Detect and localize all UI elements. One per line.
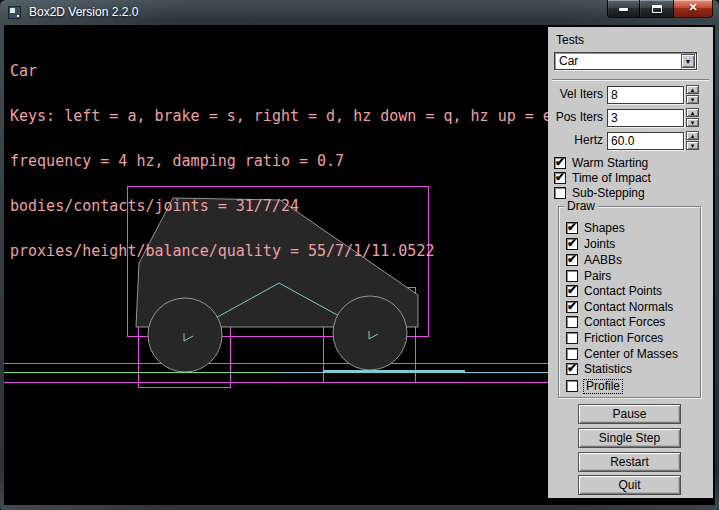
proxies-stats-line: proxies/height/balance/quality = 55/7/1/… bbox=[10, 244, 552, 259]
checkbox-box: ✔ bbox=[566, 301, 578, 313]
checkbox-label: Friction Forces bbox=[584, 332, 663, 345]
tests-dropdown[interactable]: Car ▼ bbox=[554, 52, 697, 70]
checkbox-box: ✔ bbox=[566, 222, 578, 234]
checkbox-label: Center of Masses bbox=[584, 348, 678, 361]
check-icon: ✔ bbox=[555, 155, 565, 169]
tests-dropdown-value: Car bbox=[559, 54, 578, 68]
minimize-button[interactable] bbox=[607, 0, 640, 18]
vel-iters-stepper: ▲ ▼ bbox=[686, 85, 699, 104]
checkbox-box: ✔ bbox=[566, 238, 578, 250]
close-button[interactable]: ✕ bbox=[673, 0, 713, 18]
check-icon: ✔ bbox=[567, 283, 577, 297]
pos-iters-up-button[interactable]: ▲ bbox=[686, 108, 699, 117]
front-wheel-shape bbox=[333, 296, 407, 370]
control-panel: Tests Car ▼ Vel Iters ▲ ▼ Pos Iters ▲ ▼ … bbox=[548, 27, 713, 498]
pos-iters-down-button[interactable]: ▼ bbox=[686, 118, 699, 127]
vel-iters-up-button[interactable]: ▲ bbox=[686, 85, 699, 94]
hertz-stepper: ▲ ▼ bbox=[686, 131, 699, 150]
checkbox-box bbox=[566, 348, 578, 360]
hertz-label: Hertz bbox=[548, 132, 603, 149]
checkbox-box: ✔ bbox=[554, 172, 566, 184]
single-step-button[interactable]: Single Step bbox=[578, 428, 681, 448]
dropdown-arrow-icon[interactable]: ▼ bbox=[681, 54, 695, 68]
checkbox-label: AABBs bbox=[584, 254, 622, 267]
checkbox-label: Joints bbox=[584, 238, 615, 251]
test-title: Car bbox=[10, 64, 552, 79]
titlebar[interactable]: Box2D Version 2.2.0 ✕ bbox=[0, 0, 719, 25]
quit-button[interactable]: Quit bbox=[578, 475, 681, 495]
frequency-line: frequency = 4 hz, damping ratio = 0.7 bbox=[10, 154, 552, 169]
close-icon: ✕ bbox=[674, 1, 712, 14]
checkbox-label: Contact Normals bbox=[584, 301, 673, 314]
stats-text-block: Car Keys: left = a, brake = s, right = d… bbox=[10, 34, 552, 289]
pos-iters-input[interactable] bbox=[607, 109, 684, 127]
checkbox-label: Contact Points bbox=[584, 285, 662, 298]
minimize-icon bbox=[619, 8, 628, 11]
caption-buttons: ✕ bbox=[607, 0, 713, 18]
checkbox-label: Warm Starting bbox=[572, 157, 648, 170]
pause-button[interactable]: Pause bbox=[578, 404, 681, 424]
check-icon: ✔ bbox=[567, 236, 577, 250]
vel-iters-label: Vel Iters bbox=[548, 86, 603, 103]
hertz-up-button[interactable]: ▲ bbox=[686, 131, 699, 140]
app-icon bbox=[8, 6, 21, 19]
vel-iters-down-button[interactable]: ▼ bbox=[686, 95, 699, 104]
check-icon: ✔ bbox=[567, 252, 577, 266]
window-title: Box2D Version 2.2.0 bbox=[29, 5, 138, 19]
checkbox-box: ✔ bbox=[566, 363, 578, 375]
restart-button[interactable]: Restart bbox=[578, 452, 681, 472]
pos-iters-label: Pos Iters bbox=[548, 109, 603, 126]
check-icon: ✔ bbox=[555, 170, 565, 184]
keys-help-line: Keys: left = a, brake = s, right = d, hz… bbox=[10, 109, 552, 124]
checkbox-box: ✔ bbox=[554, 157, 566, 169]
check-icon: ✔ bbox=[567, 299, 577, 313]
checkbox-label: Pairs bbox=[584, 270, 611, 283]
checkbox-box bbox=[554, 187, 566, 199]
hertz-input[interactable] bbox=[607, 132, 684, 150]
pos-iters-stepper: ▲ ▼ bbox=[686, 108, 699, 127]
vel-iters-input[interactable] bbox=[607, 86, 684, 104]
checkbox-box bbox=[566, 332, 578, 344]
check-icon: ✔ bbox=[567, 361, 577, 375]
checkbox-label: Shapes bbox=[584, 222, 625, 235]
draw-group-label: Draw bbox=[564, 199, 598, 213]
checkbox-label: Contact Forces bbox=[584, 316, 665, 329]
checkbox-box: ✔ bbox=[566, 254, 578, 266]
checkbox-box bbox=[566, 380, 578, 392]
checkbox-box bbox=[566, 316, 578, 328]
bodies-stats-line: bodies/contacts/joints = 31/7/24 bbox=[10, 199, 552, 214]
checkbox-label: Statistics bbox=[584, 363, 632, 376]
hertz-down-button[interactable]: ▼ bbox=[686, 141, 699, 150]
checkbox-box: ✔ bbox=[566, 285, 578, 297]
check-icon: ✔ bbox=[567, 220, 577, 234]
maximize-icon bbox=[652, 5, 662, 13]
separator bbox=[552, 79, 709, 81]
maximize-button[interactable] bbox=[640, 0, 673, 18]
app-window: Box2D Version 2.2.0 ✕ bbox=[0, 0, 719, 510]
checkbox-label: Time of Impact bbox=[572, 172, 651, 185]
checkbox-label: Profile bbox=[584, 380, 622, 393]
rear-wheel-shape bbox=[148, 298, 222, 372]
tests-label: Tests bbox=[556, 33, 584, 47]
checkbox-box bbox=[566, 270, 578, 282]
